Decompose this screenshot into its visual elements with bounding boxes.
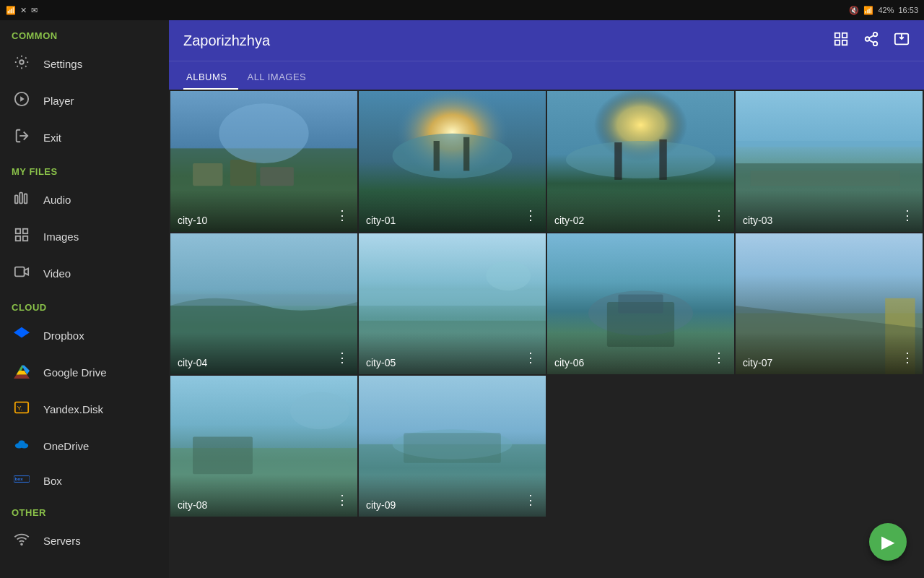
city-04-name: city-04	[178, 357, 207, 368]
status-bar-left: 📶 ✕ ✉	[6, 6, 38, 15]
city-03-overlay: city-03 ⋮	[736, 190, 923, 232]
city-09-name: city-09	[366, 499, 396, 511]
header-icons	[833, 31, 910, 51]
settings-label: Settings	[43, 58, 82, 70]
signal-icon: 📶	[6, 6, 16, 15]
svg-rect-40	[260, 167, 294, 186]
status-bar: 📶 ✕ ✉ 🔇 📶 42% 16:53	[0, 0, 924, 20]
svg-rect-65	[618, 295, 663, 314]
svg-text:Y.: Y.	[17, 405, 22, 412]
city-04-menu[interactable]: ⋮	[333, 347, 352, 368]
svg-point-29	[873, 32, 878, 36]
city-03-menu[interactable]: ⋮	[898, 204, 917, 226]
city-02-menu[interactable]: ⋮	[710, 204, 728, 226]
gallery-item-city-08[interactable]: city-08 ⋮	[170, 376, 357, 517]
city-05-menu[interactable]: ⋮	[521, 347, 540, 368]
gallery-item-city-06[interactable]: city-06 ⋮	[547, 233, 734, 374]
sidebar-item-dropbox[interactable]: Dropbox	[0, 317, 169, 354]
svg-line-33	[869, 35, 873, 38]
svg-rect-6	[25, 194, 27, 204]
svg-rect-51	[659, 139, 666, 180]
sidebar-item-video[interactable]: Video	[0, 255, 169, 292]
sidebar-item-yandex[interactable]: Y. Yandex.Disk	[0, 391, 169, 428]
svg-rect-57	[170, 295, 357, 306]
clock: 16:53	[898, 6, 918, 14]
sidebar-item-images[interactable]: Images	[0, 218, 169, 255]
svg-rect-11	[15, 267, 25, 277]
mute-icon: 🔇	[849, 6, 859, 15]
svg-rect-7	[16, 229, 20, 233]
city-10-menu[interactable]: ⋮	[333, 204, 352, 226]
bluetooth-icon: ✕	[20, 6, 27, 15]
sidebar-item-box[interactable]: box Box	[0, 465, 169, 497]
city-06-overlay: city-06 ⋮	[547, 332, 734, 374]
share-icon[interactable]	[863, 31, 879, 51]
gallery-item-city-05[interactable]: city-05 ⋮	[359, 233, 546, 374]
box-label: Box	[43, 475, 62, 487]
player-icon	[12, 91, 32, 111]
gallery-item-city-09[interactable]: city-09 ⋮	[359, 376, 546, 517]
battery-percent: 42%	[878, 6, 894, 14]
audio-icon	[12, 190, 32, 210]
email-icon: ✉	[31, 6, 38, 15]
sidebar-item-onedrive[interactable]: OneDrive	[0, 428, 169, 465]
tab-albums[interactable]: ALBUMS	[183, 66, 238, 90]
sidebar-item-googledrive[interactable]: Google Drive	[0, 354, 169, 391]
city-08-menu[interactable]: ⋮	[333, 489, 352, 511]
gallery-grid: city-10 ⋮	[169, 90, 924, 578]
city-01-overlay: city-01 ⋮	[359, 190, 546, 232]
svg-rect-46	[463, 137, 469, 171]
svg-marker-12	[25, 268, 28, 275]
city-07-name: city-07	[743, 357, 772, 368]
sidebar-item-exit[interactable]: Exit	[0, 119, 169, 156]
svg-rect-59	[359, 290, 546, 306]
gallery-item-city-02[interactable]: city-02 ⋮	[547, 91, 734, 232]
svg-point-61	[486, 261, 531, 290]
exit-icon	[12, 128, 32, 147]
gallery-item-city-03[interactable]: city-03 ⋮	[736, 91, 923, 232]
city-10-name: city-10	[178, 215, 207, 226]
svg-rect-10	[23, 236, 27, 241]
sidebar-item-servers[interactable]: Servers	[0, 522, 169, 559]
city-05-name: city-05	[366, 357, 396, 368]
import-icon[interactable]	[894, 31, 910, 51]
box-icon: box	[12, 473, 32, 488]
sidebar-item-player[interactable]: Player	[0, 82, 169, 119]
tabs-bar: ALBUMS ALL IMAGES	[169, 61, 924, 90]
wifi-icon: 📶	[863, 6, 873, 15]
city-10-overlay: city-10 ⋮	[170, 190, 357, 232]
city-01-menu[interactable]: ⋮	[521, 204, 540, 226]
svg-text:box: box	[15, 476, 24, 481]
fab-play-button[interactable]: ▶	[869, 523, 907, 561]
city-05-overlay: city-05 ⋮	[359, 332, 546, 374]
city-04-overlay: city-04 ⋮	[170, 332, 357, 374]
gallery-item-city-10[interactable]: city-10 ⋮	[170, 91, 357, 232]
exit-label: Exit	[43, 131, 61, 144]
sidebar-item-settings[interactable]: Settings	[0, 46, 169, 82]
city-07-menu[interactable]: ⋮	[898, 347, 917, 368]
content-header: Zaporizhzhya	[169, 20, 924, 61]
svg-rect-25	[835, 33, 840, 37]
svg-marker-2	[20, 96, 25, 101]
svg-rect-5	[19, 193, 22, 204]
status-bar-right: 🔇 📶 42% 16:53	[849, 6, 918, 15]
sidebar-item-audio[interactable]: Audio	[0, 181, 169, 218]
svg-point-31	[873, 41, 878, 45]
gallery-item-city-01[interactable]: city-01 ⋮	[359, 91, 546, 232]
grid-view-icon[interactable]	[833, 31, 849, 51]
city-06-menu[interactable]: ⋮	[710, 347, 728, 368]
city-02-name: city-02	[554, 215, 584, 226]
svg-rect-4	[15, 195, 18, 203]
gallery-item-city-07[interactable]: city-07 ⋮	[736, 233, 923, 374]
googledrive-icon	[12, 363, 32, 382]
tab-allimages[interactable]: ALL IMAGES	[244, 66, 318, 90]
city-08-overlay: city-08 ⋮	[170, 475, 357, 517]
svg-point-0	[19, 60, 24, 64]
city-09-menu[interactable]: ⋮	[521, 489, 540, 511]
settings-icon	[12, 54, 32, 74]
city-08-name: city-08	[178, 499, 207, 511]
sidebar: COMMON Settings Player Exit MY FILES Au	[0, 20, 169, 578]
svg-point-21	[18, 441, 25, 446]
gallery-item-city-04[interactable]: city-04 ⋮	[170, 233, 357, 374]
yandex-label: Yandex.Disk	[43, 403, 103, 415]
